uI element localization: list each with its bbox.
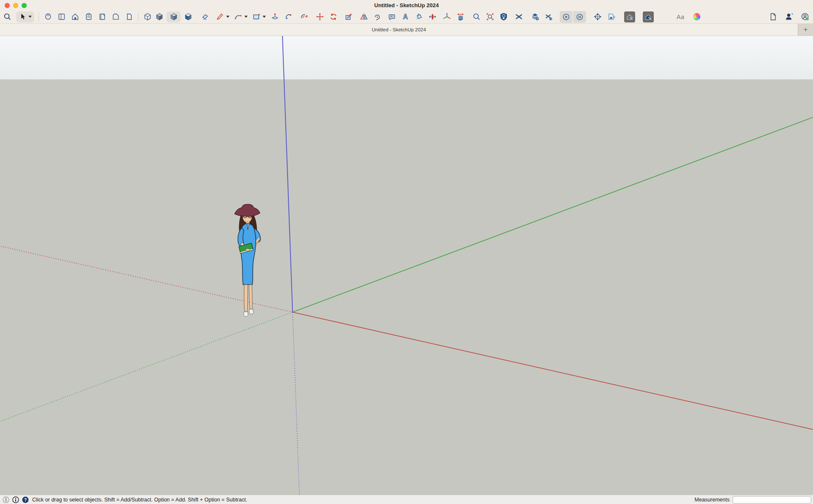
extension-warehouse-icon[interactable] (544, 11, 553, 22)
help-icon[interactable]: ? (22, 496, 29, 503)
svg-text:A1: A1 (390, 15, 394, 18)
status-message: Click or drag to select objects. Shift =… (32, 497, 247, 503)
eraser-tool-icon[interactable] (200, 11, 210, 22)
style-wireframe-icon[interactable] (143, 11, 152, 22)
flip-along-tool-icon[interactable] (428, 11, 437, 22)
zoom-tool-icon[interactable] (472, 11, 481, 22)
scale-figure[interactable] (229, 202, 267, 321)
measurements-input[interactable] (733, 496, 811, 504)
text-3d-tool-icon[interactable]: A (401, 11, 410, 22)
red-axis-solid (293, 312, 813, 429)
blue-axis-dotted (293, 312, 299, 495)
toolbar: A1A Aa (0, 10, 813, 24)
toolbar-left: A1A (3, 10, 654, 23)
animation-play-icon[interactable] (560, 11, 572, 23)
home-icon[interactable] (70, 11, 80, 22)
arc-tool-icon[interactable] (234, 11, 248, 22)
style-shaded-icon[interactable] (155, 11, 164, 22)
rectangle-tool-icon[interactable] (252, 11, 266, 22)
select-tool-icon[interactable] (16, 11, 34, 22)
toolbar-right (768, 10, 810, 23)
toolbar-mid: Aa (676, 10, 701, 23)
animation-pause-icon[interactable] (573, 11, 586, 23)
model-house-outline-icon[interactable] (624, 11, 635, 22)
svg-text:?: ? (24, 498, 27, 502)
rotate-tool-icon[interactable] (329, 11, 338, 22)
window-title: Untitled - SketchUp 2024 (0, 0, 813, 11)
scale-tool-icon[interactable] (344, 11, 353, 22)
search-icon[interactable] (3, 11, 12, 22)
blue-axis-solid (282, 36, 293, 312)
context-hint-icon[interactable] (3, 496, 9, 503)
dimension-tool-icon[interactable]: A1 (387, 11, 396, 22)
new-tab-button[interactable]: + (798, 24, 813, 36)
active-document-tab[interactable]: Untitled - SketchUp 2024 (0, 24, 798, 36)
green-axis-dotted (0, 312, 293, 421)
color-wheel-icon (693, 13, 700, 20)
toolbar-separator (138, 13, 138, 21)
model-viewport[interactable] (0, 36, 813, 495)
line-tool-icon[interactable] (216, 11, 230, 22)
blank-page-icon[interactable] (124, 11, 134, 22)
colors-button[interactable] (692, 11, 701, 22)
document-tab-bar: Untitled - SketchUp 2024 + (0, 24, 813, 36)
clipboard-icon[interactable] (84, 11, 93, 22)
title-bar: Untitled - SketchUp 2024 (0, 0, 813, 10)
dropdown-caret-icon[interactable] (244, 16, 248, 18)
move-tool-icon[interactable] (315, 11, 324, 22)
flip-tool-icon[interactable] (359, 11, 368, 22)
position-camera-icon[interactable] (593, 11, 602, 22)
follow-me-tool-icon[interactable] (284, 11, 293, 22)
fonts-button[interactable]: Aa (676, 11, 685, 22)
journal-icon[interactable] (97, 11, 107, 22)
push-pull-tool-icon[interactable] (270, 11, 279, 22)
status-icons: ? (0, 496, 32, 503)
measurements-label: Measurements (694, 497, 730, 503)
figure-hat (235, 204, 260, 216)
style-monochrome-icon[interactable] (183, 11, 193, 22)
offset-tool-icon[interactable] (299, 11, 308, 22)
dropdown-caret-icon[interactable] (263, 16, 266, 18)
paint-bucket-tool-icon[interactable] (414, 11, 423, 22)
axes-tool-icon[interactable] (442, 11, 451, 22)
status-bar: ? Click or drag to select objects. Shift… (0, 495, 813, 504)
tape-measure-tool-icon[interactable] (373, 11, 382, 22)
folder-icon[interactable] (111, 11, 120, 22)
zoom-extents-icon[interactable] (485, 11, 495, 22)
model-house-solid-icon[interactable] (643, 11, 654, 22)
3d-warehouse-icon[interactable] (514, 11, 523, 22)
new-document-icon[interactable] (768, 11, 777, 22)
add-scene-icon[interactable] (606, 11, 616, 22)
info-icon[interactable] (12, 496, 19, 503)
svg-text:A: A (403, 13, 407, 20)
sketchup-window: { "window": { "title": "Untitled - Sketc… (0, 0, 813, 504)
dropdown-caret-icon[interactable] (28, 16, 32, 18)
share-model-icon[interactable] (530, 11, 539, 22)
pan-tool-icon[interactable] (456, 11, 465, 22)
warehouse-download-icon[interactable] (499, 11, 508, 22)
split-window-icon[interactable] (57, 11, 66, 22)
shape-sketch-icon[interactable] (43, 11, 53, 22)
measurements-area: Measurements (694, 495, 811, 504)
figure-shoes (243, 312, 248, 317)
style-textured-icon[interactable] (166, 11, 181, 22)
drawing-axes (0, 36, 813, 495)
toolbar-separator (39, 13, 39, 21)
green-axis-solid (293, 117, 813, 312)
dropdown-caret-icon[interactable] (226, 16, 230, 18)
account-icon[interactable] (800, 11, 810, 22)
add-collaborator-icon[interactable] (784, 11, 794, 22)
